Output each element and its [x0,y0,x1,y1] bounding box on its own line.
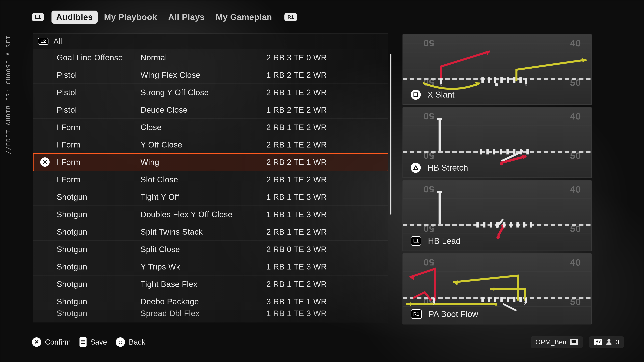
svg-point-27 [500,162,503,165]
tab-audibles[interactable]: Audibles [52,10,98,24]
formation-row[interactable]: ShotgunY Trips Wk1 RB 1 TE 3 WR [33,258,388,276]
svg-marker-46 [490,287,494,291]
formation-row[interactable]: I FormY Off Close2 RB 1 TE 2 WR [33,136,388,153]
tab-all-plays[interactable]: All Plays [164,10,209,24]
play-card-x-slant[interactable]: 50405050✕✕X Slant [402,34,592,105]
formation-row[interactable]: PistolWing Flex Close1 RB 2 TE 2 WR [33,66,388,84]
personnel: 2 RB 1 TE 2 WR [266,227,388,237]
filter-label: All [54,37,62,46]
formation-name: I Form [57,123,140,132]
formation-row[interactable]: PistolStrong Y Off Close2 RB 1 TE 2 WR [33,84,388,101]
l1-bumper-icon[interactable]: L1 [32,13,44,21]
formation-name: Shotgun [57,210,140,219]
svg-rect-6 [500,77,503,83]
square-icon [411,90,421,100]
circle-icon: ○ [116,337,125,347]
personnel: 1 RB 1 TE 3 WR [266,192,388,202]
friends-pill[interactable]: R3▼ 0 [589,336,624,348]
formation-row[interactable]: Goal Line OffenseNormal2 RB 3 TE 0 WR [33,49,388,66]
save-button[interactable]: Save [80,337,107,347]
svg-rect-61 [81,342,85,343]
set-name: Wing Flex Close [140,70,266,80]
formation-name: Shotgun [57,192,140,202]
play-name: PA Boot Flow [428,309,478,319]
formation-name: Shotgun [57,227,140,237]
set-name: Spread Dbl Flex [140,310,266,318]
play-card-pa-boot-flow[interactable]: 50405050✕✕R1PA Boot Flow [402,253,592,325]
tabs-container: AudiblesMy PlaybookAll PlaysMy Gameplan [52,10,277,24]
svg-text:✕: ✕ [524,302,527,306]
formation-list-panel: L2 All Goal Line OffenseNormal2 RB 3 TE … [33,33,388,325]
personnel: 2 RB 0 TE 3 WR [266,245,388,254]
cross-icon: ✕ [32,337,41,347]
svg-rect-17 [438,118,442,120]
confirm-button[interactable]: ✕ Confirm [32,337,71,347]
personnel: 1 RB 2 TE 2 WR [266,70,388,80]
personnel: 2 RB 2 TE 1 WR [266,158,388,167]
formation-row[interactable]: ShotgunTight Base Flex2 RB 1 TE 2 WR [33,276,388,293]
svg-rect-41 [523,222,526,228]
play-card-hb-stretch[interactable]: 50405050HB Stretch [402,107,592,178]
r3-icon: R3▼ [594,339,602,345]
formation-row[interactable]: ShotgunSplit Close2 RB 0 TE 3 WR [33,241,388,258]
person-icon [606,339,612,346]
formation-name: I Form [57,175,140,184]
svg-rect-24 [513,149,515,155]
svg-rect-50 [488,297,490,302]
r1-bumper-icon[interactable]: R1 [284,13,297,21]
svg-rect-19 [480,149,482,155]
formation-row[interactable]: I FormSlot Close2 RB 1 TE 2 WR [33,171,388,188]
formation-name: Pistol [57,70,140,80]
svg-rect-60 [81,340,85,341]
formation-name: Shotgun [57,262,140,271]
l2-button-icon[interactable]: L2 [38,38,48,45]
scrollbar[interactable] [390,54,392,215]
username: OPM_Ben [536,338,566,346]
svg-rect-5 [494,77,496,83]
formation-row[interactable]: ShotgunSpread Dbl Flex1 RB 1 TE 3 WR [33,310,388,323]
tab-my-gameplan[interactable]: My Gameplan [211,10,277,24]
svg-rect-3 [481,77,484,83]
play-card-hb-lead[interactable]: 50405050L1HB Lead [402,180,592,251]
friends-count: 0 [616,338,619,346]
play-preview-column: 50405050✕✕X Slant50405050HB Stretch50405… [402,34,592,325]
set-name: Split Close [140,245,266,254]
formation-row[interactable]: ShotgunSplit Twins Stack2 RB 1 TE 2 WR [33,223,388,241]
svg-rect-36 [490,222,492,228]
svg-rect-21 [493,149,496,155]
formation-name: Shotgun [57,310,140,318]
set-name: Split Twins Stack [140,227,266,237]
svg-rect-25 [520,149,522,155]
set-name: Y Trips Wk [140,262,266,271]
svg-rect-23 [506,149,509,155]
formation-row[interactable]: ✕I FormWing2 RB 2 TE 1 WR [33,153,388,171]
svg-marker-47 [406,302,411,306]
svg-rect-9 [520,77,522,83]
personnel: 1 RB 1 TE 3 WR [266,310,388,318]
personnel: 2 RB 3 TE 0 WR [266,53,388,62]
back-button[interactable]: ○ Back [116,337,145,347]
formation-row[interactable]: I FormClose2 RB 1 TE 2 WR [33,119,388,136]
formation-name: I Form [57,158,140,167]
formation-row[interactable]: ShotgunDeebo Package3 RB 1 TE 1 WR [33,293,388,310]
svg-rect-8 [513,77,515,83]
set-name: Tight Base Flex [140,280,266,289]
tab-my-playbook[interactable]: My Playbook [99,10,162,24]
personnel: 2 RB 1 TE 2 WR [266,140,388,149]
formation-row[interactable]: ShotgunDoubles Flex Y Off Close1 RB 1 TE… [33,206,388,223]
set-name: Normal [140,53,266,62]
svg-rect-37 [496,222,499,228]
filter-row[interactable]: L2 All [33,33,388,49]
personnel: 2 RB 1 TE 2 WR [266,280,388,289]
formation-row[interactable]: ShotgunTight Y Off1 RB 1 TE 3 WR [33,188,388,206]
top-tab-bar: L1 AudiblesMy PlaybookAll PlaysMy Gamepl… [32,10,297,24]
user-chip[interactable]: OPM_Ben [531,336,583,348]
svg-point-43 [496,236,500,239]
svg-rect-53 [507,297,509,302]
play-name: X Slant [428,90,454,99]
svg-rect-54 [513,297,515,302]
set-name: Close [140,123,266,132]
svg-rect-35 [483,222,485,228]
formation-row[interactable]: PistolDeuce Close1 RB 2 TE 2 WR [33,101,388,119]
svg-line-48 [503,304,516,311]
